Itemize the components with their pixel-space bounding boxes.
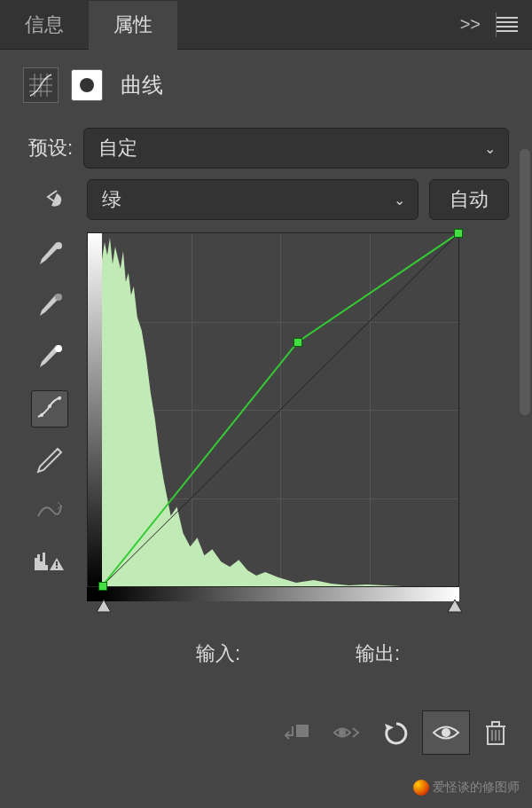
content-area: 曲线 预设: 自定 ⌄ 绿 ⌄ 自动 [0,50,532,667]
delete-button[interactable] [472,710,520,755]
svg-point-8 [55,242,62,249]
curve-canvas[interactable] [87,232,459,587]
tab-info[interactable]: 信息 [0,0,89,50]
hand-drag-icon [32,188,67,211]
view-previous-button[interactable] [323,710,371,755]
scrollbar-thumb[interactable] [520,149,530,415]
preset-value: 自定 [98,135,137,161]
histogram-overlay [102,233,458,586]
eye-icon [431,723,461,742]
curves-icon [29,74,52,97]
tab-properties[interactable]: 属性 [89,0,177,50]
point-curve-tool[interactable] [31,390,68,428]
pencil-curve-tool[interactable] [31,442,68,479]
pencil-icon [36,447,63,474]
auto-button[interactable]: 自动 [429,179,509,220]
vertical-gradient [88,233,102,586]
curve-point-icon [36,396,63,422]
clip-icon [284,721,310,744]
horizontal-gradient [87,587,459,601]
reset-icon [383,720,410,745]
watermark-text: 爱怪谈的修图师 [433,780,520,796]
output-label: 输出: [356,640,400,667]
eyedropper-icon [36,241,63,268]
clip-to-layer-button[interactable] [273,710,321,755]
histogram-clip-tool[interactable] [31,545,68,582]
targeted-adjustment-tool[interactable] [23,188,76,211]
eye-back-icon [332,723,362,742]
chevron-down-icon: ⌄ [394,192,405,208]
preset-select[interactable]: 自定 ⌄ [83,128,509,169]
svg-point-10 [55,345,62,352]
reset-button[interactable] [372,710,420,755]
visibility-button[interactable] [422,710,470,755]
panel-menu-icon[interactable] [497,17,518,33]
chevron-down-icon: ⌄ [484,140,496,157]
channel-value: 绿 [102,186,121,213]
io-row: 输入: 输出: [87,640,509,667]
divider [496,12,497,37]
eyedropper-icon [36,344,63,371]
trash-icon [484,719,507,746]
adjustment-type-icon[interactable] [23,67,59,103]
svg-rect-17 [296,725,309,737]
svg-point-12 [48,404,51,408]
preset-label: 预设: [23,135,73,161]
input-label: 输入: [196,640,240,667]
curve-chart[interactable]: 输入: 输出: [87,232,509,667]
svg-point-7 [80,78,94,92]
bottom-bar [273,710,520,755]
svg-point-11 [40,413,43,417]
input-sliders [87,601,459,619]
smooth-icon [36,498,63,525]
channel-select[interactable]: 绿 ⌄ [87,179,419,220]
eyedropper-icon [36,293,63,319]
eyedropper-gray-tool[interactable] [31,287,68,325]
svg-rect-14 [56,561,58,566]
svg-point-13 [58,396,61,400]
svg-point-9 [55,294,62,301]
curves-tools [23,232,76,667]
svg-rect-22 [492,722,499,726]
eyedropper-white-tool[interactable] [31,339,68,376]
panel-tabs: 信息 属性 >> [0,0,532,50]
layer-mask-icon[interactable] [71,69,103,101]
histogram-warning-icon [34,551,66,576]
svg-point-19 [442,728,450,737]
collapse-icon[interactable]: >> [460,14,481,35]
mask-icon [77,75,97,95]
watermark: 爱怪谈的修图师 [413,780,520,796]
svg-point-18 [339,729,346,736]
eyedropper-black-tool[interactable] [31,236,68,273]
weibo-icon [413,780,429,796]
curve-handle-mid[interactable] [293,338,302,347]
smooth-curve-tool[interactable] [31,493,68,530]
curve-handle-shadow[interactable] [98,582,107,591]
white-point-slider[interactable] [447,600,463,614]
black-point-slider[interactable] [96,600,112,614]
svg-rect-15 [56,567,58,569]
adjustment-label: 曲线 [121,71,163,99]
curve-handle-highlight[interactable] [454,229,463,238]
